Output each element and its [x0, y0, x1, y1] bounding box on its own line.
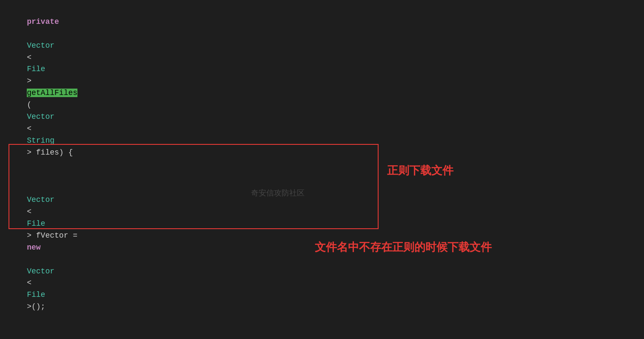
code-container: 正则下载文件 文件名中不存在正则的时候下载文件 奇安信攻防社区 private … [0, 0, 644, 339]
code-line-3: for ( int i = 0; i < files.size(); i++) … [9, 325, 635, 339]
code-line-1: private Vector < File > getAllFiles ( Ve… [9, 4, 635, 170]
regex-download-annotation: 正则下载文件 [387, 162, 453, 179]
normal-download-annotation: 文件名中不存在正则的时候下载文件 [315, 238, 492, 256]
method-name: getAllFiles [27, 89, 77, 97]
